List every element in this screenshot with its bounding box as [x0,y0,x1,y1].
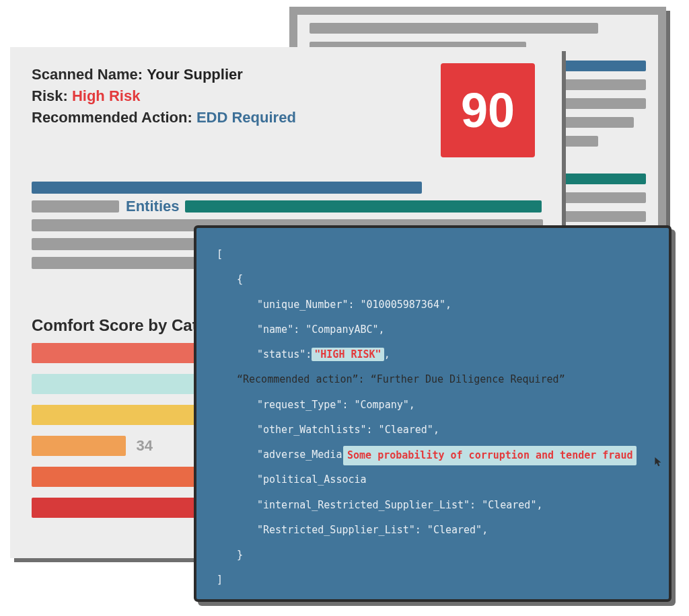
summary-bar-1 [32,182,422,194]
category-bar-6 [32,498,212,518]
political-association-tooltip: Some probability of corruption and tende… [343,446,637,465]
scanned-name-label: Scanned Name: [32,66,143,83]
action-label: Recommended Action: [32,109,192,126]
risk-score-value: 90 [461,83,515,138]
cursor-icon [654,456,663,468]
entities-label: Entities [126,198,179,215]
status-highlight: "HIGH RISK" [312,348,384,361]
category-bar-4: 34 [32,436,126,456]
category-4-value: 34 [137,437,153,455]
risk-score-badge: 90 [441,63,535,157]
code-line: "internal_Restricted_Supplier_List": "Cl… [217,498,649,513]
code-line: "request_Type": "Company", [217,397,649,413]
summary-bar-2-left [32,200,119,213]
category-bar-1 [32,343,212,363]
category-bar-5: 6 [32,467,205,487]
category-bar-2 [32,374,212,394]
code-line: } [217,547,649,563]
risk-label: Risk: [32,87,68,104]
category-bar-3 [32,405,212,425]
action-value: EDD Required [196,109,296,126]
risk-value: High Risk [72,87,140,104]
summary-bar-2-right [185,200,542,213]
code-line: "status":"HIGH RISK", [217,347,649,362]
code-line: "other_Watchlists": "Cleared", [217,422,649,438]
code-line: [ [217,247,649,262]
scanned-name-value: Your Supplier [147,66,243,83]
code-line: "political_Associa [217,472,649,488]
code-line: "Restricted_Supplier_List": "Cleared", [217,523,649,538]
code-line: ] [217,572,649,588]
code-line: “Recommended action”: “Further Due Dilig… [217,372,649,387]
code-line: "name": "CompanyABC", [217,322,649,338]
code-line: "unique_Number": "010005987364", [217,297,649,313]
json-preview-panel[interactable]: [ { "unique_Number": "010005987364", "na… [194,225,672,602]
code-line: { [217,272,649,287]
